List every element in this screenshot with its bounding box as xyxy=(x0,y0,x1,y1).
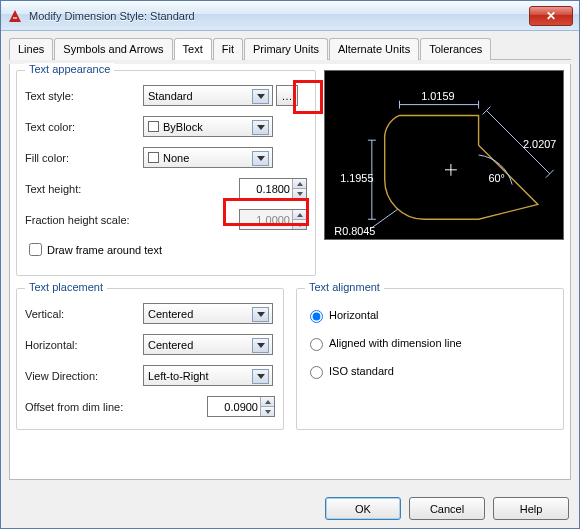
radio-horizontal-input[interactable] xyxy=(310,310,323,323)
label-text-color: Text color: xyxy=(25,121,143,133)
spinner-offset[interactable]: 0.0900 xyxy=(207,396,275,417)
dialog-window: Modify Dimension Style: Standard ✕ Lines… xyxy=(0,0,580,529)
preview-drawing: 1.0159 1.1955 2.0207 60° R0.8045 xyxy=(325,71,563,239)
combo-fill-color[interactable]: None xyxy=(143,147,273,168)
label-text-height: Text height: xyxy=(25,183,143,195)
tab-text[interactable]: Text xyxy=(174,38,212,60)
tab-fit[interactable]: Fit xyxy=(213,38,243,60)
checkbox-draw-frame[interactable]: Draw frame around text xyxy=(25,240,307,259)
group-text-alignment: Text alignment Horizontal Aligned with d… xyxy=(296,288,564,430)
checkbox-draw-frame-label: Draw frame around text xyxy=(47,244,162,256)
label-fill-color: Fill color: xyxy=(25,152,143,164)
radio-horizontal[interactable]: Horizontal xyxy=(305,307,555,323)
legend-appearance: Text appearance xyxy=(25,63,114,75)
label-vertical: Vertical: xyxy=(25,308,143,320)
spinner-offset-value: 0.0900 xyxy=(224,401,258,413)
combo-text-style-value: Standard xyxy=(148,90,193,102)
radio-iso-label: ISO standard xyxy=(329,365,394,377)
titlebar: Modify Dimension Style: Standard ✕ xyxy=(1,1,579,31)
spinner-fraction-scale-value: 1.0000 xyxy=(256,214,290,226)
legend-alignment: Text alignment xyxy=(305,281,384,293)
close-button[interactable]: ✕ xyxy=(529,6,573,26)
cancel-button[interactable]: Cancel xyxy=(409,497,485,520)
combo-text-style[interactable]: Standard xyxy=(143,85,273,106)
spinner-fraction-scale: 1.0000 xyxy=(239,209,307,230)
preview-dim-angle: 60° xyxy=(488,172,504,184)
group-text-placement: Text placement Vertical: Centered Horizo… xyxy=(16,288,284,430)
group-text-appearance: Text appearance Text style: Standard … T… xyxy=(16,70,316,276)
help-button[interactable]: Help xyxy=(493,497,569,520)
label-horizontal: Horizontal: xyxy=(25,339,143,351)
spinner-text-height[interactable]: 0.1800 xyxy=(239,178,307,199)
combo-fill-color-value: None xyxy=(163,152,189,164)
preview-pane: 1.0159 1.1955 2.0207 60° R0.8045 xyxy=(324,70,564,240)
combo-text-color[interactable]: ByBlock xyxy=(143,116,273,137)
button-bar: OK Cancel Help xyxy=(325,497,569,520)
preview-dim-radius: R0.8045 xyxy=(334,225,375,237)
radio-aligned[interactable]: Aligned with dimension line xyxy=(305,335,555,351)
label-fraction-scale: Fraction height scale: xyxy=(25,214,143,226)
window-title: Modify Dimension Style: Standard xyxy=(29,10,529,22)
radio-iso[interactable]: ISO standard xyxy=(305,363,555,379)
radio-horizontal-label: Horizontal xyxy=(329,309,379,321)
radio-aligned-label: Aligned with dimension line xyxy=(329,337,462,349)
combo-horizontal[interactable]: Centered xyxy=(143,334,273,355)
label-offset: Offset from dim line: xyxy=(25,401,143,413)
tab-symbols[interactable]: Symbols and Arrows xyxy=(54,38,172,60)
text-style-more-button[interactable]: … xyxy=(276,85,298,106)
tab-tolerances[interactable]: Tolerances xyxy=(420,38,491,60)
tab-primary[interactable]: Primary Units xyxy=(244,38,328,60)
legend-placement: Text placement xyxy=(25,281,107,293)
tab-content: Text appearance Text style: Standard … T… xyxy=(9,64,571,480)
label-view-direction: View Direction: xyxy=(25,370,143,382)
checkbox-draw-frame-input[interactable] xyxy=(29,243,42,256)
preview-dim-left: 1.1955 xyxy=(340,172,373,184)
radio-aligned-input[interactable] xyxy=(310,338,323,351)
combo-view-direction[interactable]: Left-to-Right xyxy=(143,365,273,386)
preview-dim-top: 1.0159 xyxy=(421,90,454,102)
preview-dim-diag: 2.0207 xyxy=(523,138,556,150)
tab-lines[interactable]: Lines xyxy=(9,38,53,60)
spinner-text-height-value: 0.1800 xyxy=(256,183,290,195)
combo-text-color-value: ByBlock xyxy=(163,121,203,133)
combo-view-direction-value: Left-to-Right xyxy=(148,370,209,382)
app-icon xyxy=(7,8,23,24)
combo-vertical-value: Centered xyxy=(148,308,193,320)
combo-vertical[interactable]: Centered xyxy=(143,303,273,324)
tab-bar: Lines Symbols and Arrows Text Fit Primar… xyxy=(9,37,571,60)
tab-alternate[interactable]: Alternate Units xyxy=(329,38,419,60)
radio-iso-input[interactable] xyxy=(310,366,323,379)
ok-button[interactable]: OK xyxy=(325,497,401,520)
combo-horizontal-value: Centered xyxy=(148,339,193,351)
label-text-style: Text style: xyxy=(25,90,143,102)
dialog-body: Lines Symbols and Arrows Text Fit Primar… xyxy=(1,31,579,488)
